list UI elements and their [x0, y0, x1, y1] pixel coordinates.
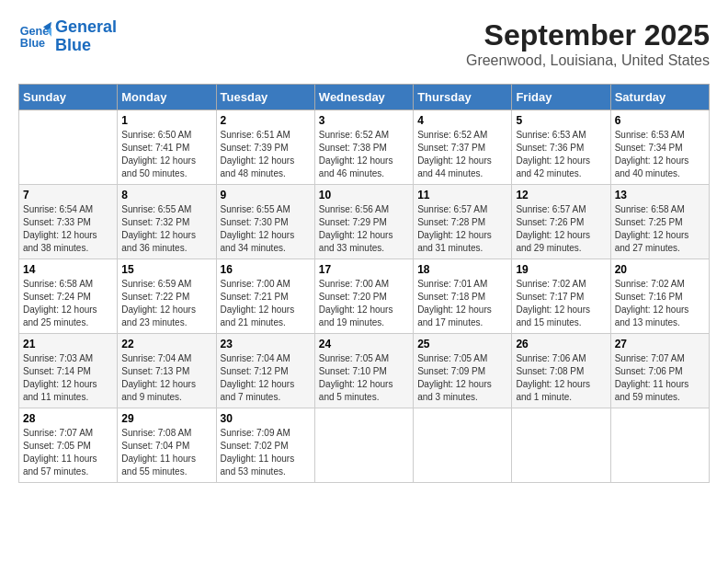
weekday-header: Sunday	[19, 85, 118, 110]
day-info: Sunrise: 7:02 AMSunset: 7:17 PMDaylight:…	[516, 278, 606, 329]
logo-line2: Blue	[55, 36, 91, 54]
day-number: 5	[516, 114, 606, 127]
day-number: 18	[417, 263, 507, 276]
calendar-cell: 25 Sunrise: 7:05 AMSunset: 7:09 PMDaylig…	[414, 334, 512, 408]
day-info: Sunrise: 6:53 AMSunset: 7:34 PMDaylight:…	[615, 129, 705, 180]
day-number: 26	[516, 338, 606, 350]
logo: General Blue General Blue	[18, 18, 117, 55]
calendar-cell: 12 Sunrise: 6:57 AMSunset: 7:26 PMDaylig…	[512, 185, 610, 259]
day-number: 9	[221, 189, 311, 201]
day-number: 2	[221, 114, 311, 127]
calendar-cell: 9 Sunrise: 6:55 AMSunset: 7:30 PMDayligh…	[216, 185, 314, 259]
day-info: Sunrise: 7:00 AMSunset: 7:20 PMDaylight:…	[319, 278, 409, 329]
day-number: 8	[121, 189, 211, 201]
header-row: SundayMondayTuesdayWednesdayThursdayFrid…	[19, 85, 710, 110]
calendar-cell	[512, 408, 610, 483]
calendar-cell: 4 Sunrise: 6:52 AMSunset: 7:37 PMDayligh…	[414, 110, 512, 185]
weekday-header: Wednesday	[314, 85, 413, 110]
svg-text:Blue: Blue	[20, 37, 45, 50]
weekday-header: Tuesday	[216, 85, 314, 110]
calendar-cell	[610, 408, 709, 483]
day-info: Sunrise: 6:58 AMSunset: 7:25 PMDaylight:…	[615, 203, 705, 255]
calendar-cell: 17 Sunrise: 7:00 AMSunset: 7:20 PMDaylig…	[314, 259, 413, 334]
day-info: Sunrise: 7:09 AMSunset: 7:02 PMDaylight:…	[221, 427, 311, 478]
calendar-week-row: 21 Sunrise: 7:03 AMSunset: 7:14 PMDaylig…	[19, 334, 710, 408]
day-info: Sunrise: 6:57 AMSunset: 7:26 PMDaylight:…	[516, 203, 606, 255]
day-number: 27	[615, 338, 705, 350]
calendar-cell	[314, 408, 413, 483]
calendar-cell: 22 Sunrise: 7:04 AMSunset: 7:13 PMDaylig…	[118, 334, 216, 408]
day-info: Sunrise: 6:51 AMSunset: 7:39 PMDaylight:…	[221, 129, 311, 180]
day-number: 1	[121, 114, 211, 127]
day-info: Sunrise: 6:52 AMSunset: 7:38 PMDaylight:…	[319, 129, 409, 180]
day-number: 28	[23, 412, 113, 425]
day-info: Sunrise: 7:07 AMSunset: 7:05 PMDaylight:…	[23, 427, 113, 478]
day-info: Sunrise: 7:00 AMSunset: 7:21 PMDaylight:…	[221, 278, 311, 329]
calendar-cell: 20 Sunrise: 7:02 AMSunset: 7:16 PMDaylig…	[610, 259, 709, 334]
day-number: 30	[221, 412, 311, 425]
calendar-cell: 5 Sunrise: 6:53 AMSunset: 7:36 PMDayligh…	[512, 110, 610, 185]
calendar-cell: 19 Sunrise: 7:02 AMSunset: 7:17 PMDaylig…	[512, 259, 610, 334]
day-info: Sunrise: 6:54 AMSunset: 7:33 PMDaylight:…	[23, 203, 113, 255]
logo-text: General Blue	[55, 18, 117, 55]
day-number: 7	[23, 189, 113, 201]
calendar-cell	[19, 110, 118, 185]
calendar-cell: 15 Sunrise: 6:59 AMSunset: 7:22 PMDaylig…	[118, 259, 216, 334]
weekday-header: Monday	[118, 85, 216, 110]
day-info: Sunrise: 7:04 AMSunset: 7:12 PMDaylight:…	[221, 352, 311, 404]
day-number: 21	[23, 338, 113, 350]
calendar-cell: 26 Sunrise: 7:06 AMSunset: 7:08 PMDaylig…	[512, 334, 610, 408]
day-info: Sunrise: 6:55 AMSunset: 7:32 PMDaylight:…	[121, 203, 211, 255]
calendar-cell: 30 Sunrise: 7:09 AMSunset: 7:02 PMDaylig…	[216, 408, 314, 483]
calendar-cell	[414, 408, 512, 483]
day-info: Sunrise: 6:58 AMSunset: 7:24 PMDaylight:…	[23, 278, 113, 329]
day-number: 23	[221, 338, 311, 350]
calendar-week-row: 28 Sunrise: 7:07 AMSunset: 7:05 PMDaylig…	[19, 408, 710, 483]
day-number: 20	[615, 263, 705, 276]
calendar-cell: 6 Sunrise: 6:53 AMSunset: 7:34 PMDayligh…	[610, 110, 709, 185]
calendar-cell: 8 Sunrise: 6:55 AMSunset: 7:32 PMDayligh…	[118, 185, 216, 259]
day-info: Sunrise: 7:05 AMSunset: 7:10 PMDaylight:…	[319, 352, 409, 404]
calendar-cell: 21 Sunrise: 7:03 AMSunset: 7:14 PMDaylig…	[19, 334, 118, 408]
calendar-cell: 1 Sunrise: 6:50 AMSunset: 7:41 PMDayligh…	[118, 110, 216, 185]
day-number: 16	[221, 263, 311, 276]
day-info: Sunrise: 7:07 AMSunset: 7:06 PMDaylight:…	[615, 352, 705, 404]
calendar-cell: 13 Sunrise: 6:58 AMSunset: 7:25 PMDaylig…	[610, 185, 709, 259]
calendar-cell: 28 Sunrise: 7:07 AMSunset: 7:05 PMDaylig…	[19, 408, 118, 483]
calendar-cell: 2 Sunrise: 6:51 AMSunset: 7:39 PMDayligh…	[216, 110, 314, 185]
weekday-header: Thursday	[414, 85, 512, 110]
calendar-cell: 7 Sunrise: 6:54 AMSunset: 7:33 PMDayligh…	[19, 185, 118, 259]
day-number: 6	[615, 114, 705, 127]
day-info: Sunrise: 6:56 AMSunset: 7:29 PMDaylight:…	[319, 203, 409, 255]
day-info: Sunrise: 7:06 AMSunset: 7:08 PMDaylight:…	[516, 352, 606, 404]
day-number: 10	[319, 189, 409, 201]
calendar-cell: 18 Sunrise: 7:01 AMSunset: 7:18 PMDaylig…	[414, 259, 512, 334]
calendar-week-row: 7 Sunrise: 6:54 AMSunset: 7:33 PMDayligh…	[19, 185, 710, 259]
day-info: Sunrise: 7:04 AMSunset: 7:13 PMDaylight:…	[121, 352, 211, 404]
month-title: September 2025	[466, 18, 710, 52]
calendar-cell: 11 Sunrise: 6:57 AMSunset: 7:28 PMDaylig…	[414, 185, 512, 259]
location-title: Greenwood, Louisiana, United States	[466, 52, 710, 69]
day-number: 12	[516, 189, 606, 201]
day-number: 19	[516, 263, 606, 276]
title-block: September 2025 Greenwood, Louisiana, Uni…	[466, 18, 710, 69]
day-info: Sunrise: 6:50 AMSunset: 7:41 PMDaylight:…	[121, 129, 211, 180]
page-header: General Blue General Blue September 2025…	[18, 18, 710, 69]
day-info: Sunrise: 6:55 AMSunset: 7:30 PMDaylight:…	[221, 203, 311, 255]
calendar-cell: 16 Sunrise: 7:00 AMSunset: 7:21 PMDaylig…	[216, 259, 314, 334]
day-number: 17	[319, 263, 409, 276]
weekday-header: Friday	[512, 85, 610, 110]
day-number: 13	[615, 189, 705, 201]
day-number: 24	[319, 338, 409, 350]
calendar-table: SundayMondayTuesdayWednesdayThursdayFrid…	[18, 84, 710, 483]
logo-line1: General	[55, 17, 117, 36]
calendar-cell: 23 Sunrise: 7:04 AMSunset: 7:12 PMDaylig…	[216, 334, 314, 408]
logo-icon: General Blue	[18, 20, 51, 53]
day-info: Sunrise: 6:57 AMSunset: 7:28 PMDaylight:…	[417, 203, 507, 255]
calendar-week-row: 14 Sunrise: 6:58 AMSunset: 7:24 PMDaylig…	[19, 259, 710, 334]
day-number: 3	[319, 114, 409, 127]
calendar-week-row: 1 Sunrise: 6:50 AMSunset: 7:41 PMDayligh…	[19, 110, 710, 185]
calendar-cell: 3 Sunrise: 6:52 AMSunset: 7:38 PMDayligh…	[314, 110, 413, 185]
calendar-cell: 29 Sunrise: 7:08 AMSunset: 7:04 PMDaylig…	[118, 408, 216, 483]
day-info: Sunrise: 7:03 AMSunset: 7:14 PMDaylight:…	[23, 352, 113, 404]
